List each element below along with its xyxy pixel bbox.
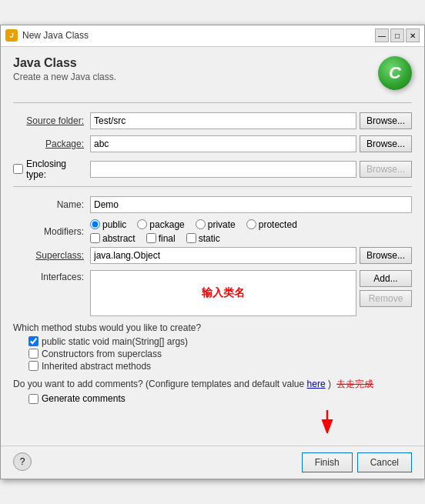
- name-input[interactable]: [90, 196, 412, 213]
- stubs-title: Which method stubs would you like to cre…: [13, 322, 412, 333]
- modifier-abstract-checkbox[interactable]: [90, 233, 100, 243]
- modifiers-label: Modifiers:: [13, 226, 90, 237]
- modifier-package-radio[interactable]: [137, 219, 147, 229]
- enclosing-type-checkbox[interactable]: [13, 164, 23, 174]
- interfaces-remove-button[interactable]: Remove: [360, 290, 412, 307]
- interfaces-row: Interfaces: 输入类名 Add... Remove: [13, 270, 412, 316]
- content-area: Java Class Create a new Java class. C So…: [1, 47, 424, 446]
- comments-item: Generate comments: [28, 393, 412, 404]
- modifier-public[interactable]: public: [90, 219, 126, 230]
- arrow-area: [13, 410, 412, 433]
- bottom-bar: ? Finish Cancel: [1, 446, 424, 479]
- superclass-input[interactable]: [90, 247, 356, 264]
- dialog-window: J New Java Class — □ ✕ Java Class Create…: [0, 25, 425, 480]
- superclass-label: Superclass:: [13, 250, 90, 261]
- comments-title: Do you want to add comments? (Configure …: [13, 378, 412, 391]
- name-row: Name:: [13, 196, 412, 213]
- enclosing-type-checkbox-label: Enclosing type:: [13, 159, 90, 180]
- arrow-annotation-svg: [304, 410, 350, 433]
- dialog-subtitle: Create a new Java class.: [13, 72, 116, 82]
- generate-comments-label: Generate comments: [42, 393, 125, 404]
- interfaces-label: Interfaces:: [13, 270, 90, 282]
- modifier-abstract[interactable]: abstract: [90, 233, 136, 244]
- package-row: Package: Browse...: [13, 135, 412, 152]
- stubs-item-main: public static void main(String[] args): [28, 336, 412, 347]
- modifiers-section: public package private protected: [90, 219, 412, 244]
- separator: [13, 102, 412, 103]
- generate-comments-checkbox[interactable]: [28, 394, 38, 404]
- source-folder-browse-button[interactable]: Browse...: [360, 112, 412, 129]
- modifier-private-radio[interactable]: [196, 219, 206, 229]
- enclosing-type-label: Enclosing type:: [26, 159, 84, 180]
- source-folder-input[interactable]: [90, 112, 356, 129]
- modifier-protected[interactable]: protected: [246, 219, 297, 230]
- modifier-static[interactable]: static: [186, 233, 220, 244]
- source-folder-row: Source folder: Browse...: [13, 112, 412, 129]
- enclosing-type-row: Enclosing type: Browse...: [13, 159, 412, 180]
- modifiers-row: Modifiers: public package pr: [13, 219, 412, 244]
- cancel-button[interactable]: Cancel: [357, 452, 412, 472]
- name-label: Name:: [13, 199, 90, 210]
- separator2: [13, 186, 412, 187]
- header-text: Java Class Create a new Java class.: [13, 56, 116, 82]
- package-input[interactable]: [90, 135, 356, 152]
- modifiers-checkbox-group: abstract final static: [90, 233, 412, 244]
- titlebar: J New Java Class — □ ✕: [1, 25, 424, 47]
- modifier-final[interactable]: final: [146, 233, 176, 244]
- close-button[interactable]: ✕: [406, 28, 420, 42]
- superclass-browse-button[interactable]: Browse...: [360, 247, 412, 264]
- modifier-protected-radio[interactable]: [246, 219, 256, 229]
- modifier-public-radio[interactable]: [90, 219, 100, 229]
- window-title: New Java Class: [22, 30, 89, 41]
- help-button[interactable]: ?: [13, 452, 32, 471]
- stubs-item-constructors: Constructors from superclass: [28, 349, 412, 359]
- interfaces-box: 输入类名: [90, 270, 356, 316]
- titlebar-controls: — □ ✕: [375, 28, 420, 42]
- window-content: Java Class Create a new Java class. C So…: [1, 47, 424, 479]
- source-folder-label: Source folder:: [13, 115, 90, 126]
- stubs-inherited-checkbox[interactable]: [28, 361, 38, 371]
- maximize-button[interactable]: □: [390, 28, 404, 42]
- minimize-button[interactable]: —: [375, 28, 389, 42]
- modifier-static-checkbox[interactable]: [186, 233, 196, 243]
- stubs-constructors-checkbox[interactable]: [28, 349, 38, 359]
- comments-section: Do you want to add comments? (Configure …: [13, 378, 412, 405]
- interfaces-placeholder: 输入类名: [202, 286, 245, 300]
- superclass-row: Superclass: Browse...: [13, 247, 412, 264]
- modifier-private[interactable]: private: [196, 219, 236, 230]
- modifiers-radio-group: public package private protected: [90, 219, 412, 230]
- stubs-item-inherited: Inherited abstract methods: [28, 361, 412, 372]
- comments-link[interactable]: here: [307, 379, 326, 389]
- enclosing-type-input[interactable]: [90, 161, 356, 178]
- titlebar-left: J New Java Class: [5, 29, 89, 42]
- finish-button[interactable]: Finish: [302, 452, 353, 472]
- package-browse-button[interactable]: Browse...: [360, 135, 412, 152]
- header-logo: C: [378, 56, 412, 90]
- stubs-section: Which method stubs would you like to cre…: [13, 322, 412, 372]
- enclosing-type-browse-button[interactable]: Browse...: [360, 161, 412, 178]
- modifier-package[interactable]: package: [137, 219, 184, 230]
- done-annotation: 去走完成: [336, 379, 373, 389]
- stubs-constructors-label: Constructors from superclass: [42, 349, 162, 359]
- stubs-main-label: public static void main(String[] args): [42, 336, 188, 347]
- stubs-inherited-label: Inherited abstract methods: [42, 361, 151, 372]
- interfaces-add-button[interactable]: Add...: [360, 270, 412, 287]
- dialog-title: Java Class: [13, 56, 116, 70]
- package-label: Package:: [13, 139, 90, 149]
- header-section: Java Class Create a new Java class. C: [13, 56, 412, 90]
- window-icon: J: [5, 29, 18, 42]
- interfaces-buttons: Add... Remove: [360, 270, 412, 307]
- modifier-final-checkbox[interactable]: [146, 233, 156, 243]
- stubs-main-checkbox[interactable]: [28, 336, 38, 346]
